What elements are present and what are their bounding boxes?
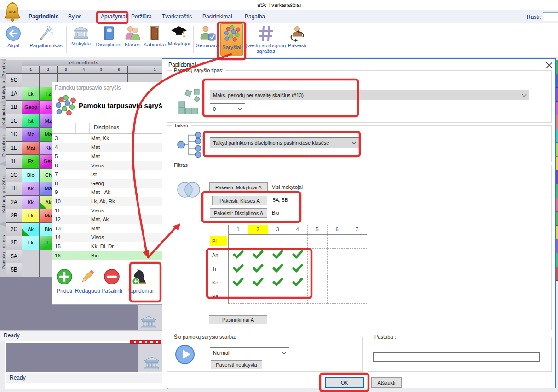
relationships-button[interactable]: Sąryšiai [220, 23, 243, 56]
grid-cell[interactable] [228, 234, 248, 248]
menu-aprasymai[interactable]: Aprašymai [101, 13, 127, 20]
subjects-button[interactable]: Disciplinos [94, 24, 123, 56]
type-dropdown[interactable]: Maks. periodų per savaitę skaičius (#13) [210, 90, 529, 100]
grid-cell[interactable] [248, 262, 268, 276]
relationship-row[interactable]: 15Kk, Dl, Dr [52, 242, 163, 251]
class-label[interactable]: 1E [6, 142, 22, 155]
timetable-cell[interactable]: Lk [22, 87, 40, 101]
change-classes-button[interactable]: Pakeisti: Klasės A [212, 196, 267, 205]
change-teachers-button[interactable]: Pakeisti: Mokytojai A [209, 182, 268, 192]
timetable-cell[interactable]: Fz [22, 155, 40, 169]
class-label[interactable]: 2C [6, 223, 22, 237]
grid-cell[interactable] [327, 276, 347, 290]
back-button[interactable]: Atgal [3, 24, 24, 56]
side-tab-pamok-tinklelis[interactable]: Pamokų tinklelis [0, 224, 6, 280]
note-input[interactable] [373, 352, 540, 362]
grid-col-header[interactable]: 3 [268, 225, 288, 234]
deactivate-button[interactable]: Paversti neaktyvia [211, 360, 262, 369]
side-tab-mokytojai[interactable]: Mokytojai [0, 77, 6, 102]
grid-cell[interactable] [307, 234, 327, 248]
change-subjects-button[interactable]: Pakeisti: Disciplinos A [210, 208, 267, 218]
grid-cell[interactable] [347, 276, 367, 290]
grid-cell[interactable] [288, 290, 307, 303]
relationship-row[interactable]: 5Mat [52, 152, 163, 161]
replace-button[interactable]: Pakeisti [283, 24, 311, 56]
column-header[interactable]: Disciplinos [94, 125, 119, 130]
grid-cell[interactable] [268, 262, 288, 276]
grid-cell[interactable] [248, 248, 268, 262]
grid-cell[interactable] [248, 276, 268, 290]
grid-cell[interactable] [228, 248, 248, 262]
side-tab-kabinetai[interactable]: Kabinetai [0, 102, 6, 127]
grid-cell[interactable] [327, 290, 347, 303]
grid-col-header[interactable]: 5 [307, 225, 327, 234]
grid-cell[interactable] [347, 290, 367, 303]
asc-bell-logo-icon[interactable]: aSc [4, 1, 21, 24]
timetable-cell[interactable] [22, 250, 40, 264]
timetable-cell[interactable]: Mz [22, 128, 40, 142]
grid-cell[interactable] [347, 262, 367, 276]
relationship-row[interactable]: 11Visos [52, 206, 163, 215]
timetable-cell[interactable] [22, 263, 40, 277]
grid-cell[interactable] [327, 248, 347, 262]
grid-cell[interactable] [268, 290, 288, 303]
seminars-button[interactable]: Seminarai [195, 24, 221, 56]
class-label[interactable]: 5B [6, 263, 22, 277]
grid-col-header[interactable]: 7 [347, 225, 367, 234]
class-label[interactable]: 1F [6, 155, 22, 169]
grid-cell[interactable] [327, 262, 347, 276]
close-icon[interactable] [546, 62, 552, 68]
grid-col-header[interactable]: 1 [228, 225, 248, 234]
side-tab-disciplinos[interactable]: Disciplinos [0, 127, 6, 164]
remove-button[interactable]: Pašalinti [100, 267, 124, 294]
timetable-cell[interactable]: Mat [22, 142, 40, 155]
grid-row-header[interactable]: Pe [210, 290, 228, 303]
grid-cell[interactable] [347, 248, 367, 262]
wizard-button[interactable]: Pagalbininkas [27, 24, 65, 56]
advanced-button[interactable]: Papildomai [125, 267, 155, 294]
grid-cell[interactable] [288, 276, 307, 290]
grid-cell[interactable] [268, 234, 288, 248]
cancel-button[interactable]: Atšaukti [371, 377, 402, 388]
grid-col-header[interactable]: 4 [288, 225, 307, 234]
class-label[interactable]: 2D [6, 236, 22, 250]
grid-row-header[interactable]: Ke [210, 276, 228, 290]
teachers-button[interactable]: Mokytojai [167, 24, 191, 56]
relationship-row[interactable]: 8Geog [52, 179, 163, 188]
grid-cell[interactable] [307, 290, 327, 303]
timetable-cell[interactable]: Geog [22, 101, 40, 114]
relationship-row[interactable]: 14Visos [52, 233, 163, 242]
menu-pagrindinis[interactable]: Pagrindinis [29, 13, 58, 20]
timetable-cell[interactable]: Lk [22, 209, 40, 223]
relationship-row[interactable]: 7Ist [52, 170, 163, 179]
timetable-cell[interactable] [22, 74, 40, 87]
grid-cell[interactable] [347, 234, 367, 248]
grid-cell[interactable] [288, 248, 307, 262]
add-button[interactable]: Pridėti [54, 267, 75, 294]
class-label[interactable]: 1H [6, 182, 22, 196]
class-label[interactable]: 1C [6, 114, 22, 128]
grid-cell[interactable] [268, 276, 288, 290]
menu-pasirinkimai[interactable]: Pasirinkimai [202, 13, 232, 20]
class-label[interactable]: 1D [6, 128, 22, 142]
side-tab-bendras[interactable]: Bendras [0, 59, 6, 77]
timetable-cell[interactable]: Ak [22, 223, 40, 237]
relationship-row[interactable]: 6Visos [52, 161, 163, 170]
grid-col-header[interactable]: 6 [327, 225, 347, 234]
classrooms-button[interactable]: Kabinetai [142, 24, 167, 56]
menu-perziura[interactable]: Peržiūra [131, 13, 152, 20]
class-label[interactable]: 1B [6, 101, 22, 114]
timetable-cell[interactable]: Kk [22, 182, 40, 196]
selections-button[interactable]: Pasirinkimai A [209, 315, 267, 324]
grid-cell[interactable] [228, 276, 248, 290]
class-label[interactable]: 1G [6, 169, 22, 182]
grid-cell[interactable] [288, 234, 307, 248]
relationship-row[interactable]: 13Mat [52, 224, 163, 233]
timetable-cell[interactable]: Kk [22, 196, 40, 210]
grid-col-header[interactable]: 2 [248, 225, 268, 234]
side-tab-kabinet-prie-i-ra[interactable]: Kabinetų priežiūra [0, 164, 6, 224]
grid-cell[interactable] [307, 262, 327, 276]
timetable-cell[interactable]: Bio [22, 169, 40, 182]
relationship-row[interactable]: 16Bio [52, 251, 163, 260]
grid-cell[interactable] [248, 290, 268, 303]
